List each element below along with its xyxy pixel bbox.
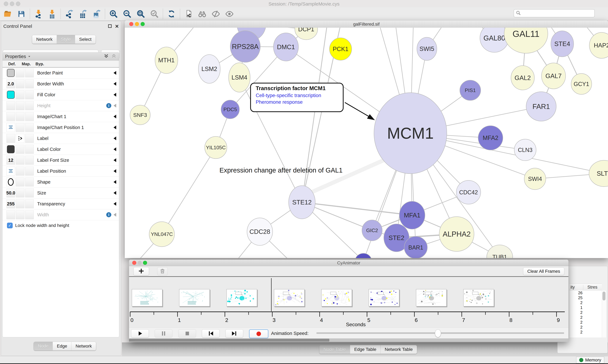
expand-row-icon[interactable] (113, 147, 116, 151)
find-button[interactable] (195, 8, 209, 19)
property-row-fill-color[interactable]: Fill Color (2, 89, 119, 100)
property-row-width[interactable]: Widthi (2, 209, 119, 220)
skip-to-start-button[interactable] (202, 329, 220, 338)
import-network-button[interactable] (32, 8, 45, 19)
expand-row-icon[interactable] (113, 213, 116, 217)
results-scrollbar[interactable] (602, 291, 606, 338)
property-row-label-position[interactable]: Label Position (2, 166, 119, 177)
tab-node[interactable]: Node (34, 342, 53, 351)
expand-row-icon[interactable] (113, 191, 116, 195)
import-table-button[interactable] (45, 8, 59, 19)
slider-thumb[interactable] (435, 329, 441, 337)
property-row-border-width[interactable]: 2.0Border Width (2, 78, 119, 89)
network-edge[interactable] (162, 147, 216, 234)
property-row-label[interactable]: Label (2, 133, 119, 144)
property-row-shape[interactable]: Shape (2, 177, 119, 188)
annotation-link-2[interactable]: Pheromone response (256, 99, 343, 105)
results-cell[interactable]: 26 (569, 291, 582, 296)
network-titlebar[interactable]: galFiltered.sif (125, 21, 608, 28)
animator-scrollbar[interactable] (129, 338, 568, 342)
expand-row-icon[interactable] (113, 202, 116, 206)
save-session-button[interactable] (14, 8, 28, 19)
property-row-label-font-size[interactable]: 12Label Font Size (2, 155, 119, 166)
search-input[interactable] (521, 11, 588, 16)
pause-button[interactable] (155, 329, 172, 338)
zoom-out-button[interactable] (120, 8, 134, 19)
record-button[interactable] (249, 329, 268, 338)
edge-halo[interactable] (306, 160, 385, 195)
export-table-button[interactable] (76, 8, 90, 19)
tab-edge[interactable]: Edge (53, 342, 71, 351)
collapse-all-icon[interactable] (111, 53, 117, 60)
refresh-button[interactable] (165, 8, 178, 19)
results-cell[interactable]: 2 (569, 310, 582, 315)
cyanimator-titlebar[interactable]: CyAnimator (129, 260, 568, 266)
expand-row-icon[interactable] (113, 180, 116, 184)
network-edge[interactable] (302, 28, 327, 202)
property-row-size[interactable]: 50.0Size (2, 188, 119, 198)
network-document-button[interactable] (182, 8, 195, 19)
property-row-border-paint[interactable]: Border Paint (2, 67, 119, 78)
properties-header[interactable]: Properties (2, 52, 119, 61)
expand-row-icon[interactable] (113, 126, 116, 129)
play-button[interactable] (131, 329, 149, 338)
expand-row-icon[interactable] (113, 93, 116, 97)
tab-select[interactable]: Select (75, 35, 96, 44)
annotation-link-1[interactable]: Cell-type-specific transcription (256, 93, 343, 98)
expand-row-icon[interactable] (113, 136, 116, 140)
property-row-transparency[interactable]: 255Transparency (2, 198, 119, 209)
results-cell[interactable]: 2 (569, 315, 582, 320)
property-row-image-chart-1[interactable]: Image/Chart 1 (2, 111, 119, 122)
tab-network[interactable]: Network (32, 35, 57, 44)
property-row-image-chart-position-1[interactable]: Image/Chart Position 1 (2, 122, 119, 133)
tab-network-table[interactable]: Network Table (380, 345, 417, 354)
tab-network[interactable]: Network (71, 342, 96, 351)
expand-row-icon[interactable] (113, 158, 116, 162)
zoom-selected-button[interactable] (148, 8, 161, 19)
results-cell[interactable]: 2 (569, 325, 582, 330)
tab-node-table[interactable]: Node Table (319, 345, 350, 354)
zoom-in-button[interactable] (107, 8, 120, 19)
info-icon[interactable]: i (106, 212, 111, 217)
expand-row-icon[interactable] (113, 71, 116, 75)
lock-size-checkbox[interactable]: ✓ (7, 223, 13, 228)
add-frame-button[interactable] (134, 267, 149, 275)
open-session-button[interactable] (1, 8, 14, 19)
results-col-stress[interactable]: Stres (583, 285, 597, 290)
delete-frame-button[interactable] (157, 267, 168, 275)
clear-all-frames-button[interactable]: Clear All Frames (523, 268, 564, 275)
network-node-cutb[interactable] (355, 253, 372, 258)
results-cell[interactable]: 2 (569, 320, 582, 325)
show-button[interactable] (223, 8, 236, 19)
float-panel-icon[interactable] (108, 24, 112, 29)
stop-button[interactable] (178, 329, 196, 338)
expand-row-icon[interactable] (113, 82, 116, 86)
network-canvas[interactable]: RPS28BRPS28ADCP1DMC1PCK1SWI5GAL80GAL11ST… (125, 28, 608, 258)
tab-edge-table[interactable]: Edge Table (350, 345, 380, 354)
memory-button[interactable]: Memory (576, 357, 604, 363)
skip-to-end-button[interactable] (225, 329, 243, 338)
annotation-arrow[interactable] (345, 103, 369, 117)
results-cell[interactable]: 25 (569, 296, 582, 300)
zoom-fit-button[interactable] (134, 8, 148, 19)
results-col-ity[interactable]: ity (570, 285, 575, 290)
export-image-button[interactable] (90, 8, 103, 19)
tab-style[interactable]: Style (57, 35, 75, 44)
expand-row-icon[interactable] (113, 115, 116, 118)
results-cell[interactable]: 2 (569, 300, 582, 305)
animator-timeline[interactable]: 0123456789Seconds (129, 277, 568, 328)
property-row-height[interactable]: Heighti (2, 100, 119, 111)
export-network-button[interactable] (62, 8, 76, 19)
property-row-label-color[interactable]: Label Color (2, 144, 119, 155)
info-icon[interactable]: i (106, 103, 111, 108)
expand-row-icon[interactable] (113, 104, 116, 107)
results-header[interactable]: ity Stres (569, 284, 602, 291)
close-panel-icon[interactable]: ✕ (115, 24, 119, 29)
annotation-box[interactable]: Transcription factor MCM1 Cell-type-spec… (250, 83, 344, 112)
hide-button[interactable] (209, 8, 223, 19)
results-cell[interactable]: 2 (569, 330, 582, 335)
expand-all-icon[interactable] (104, 53, 109, 60)
expand-row-icon[interactable] (113, 169, 116, 173)
search-box[interactable] (514, 9, 595, 17)
results-cell[interactable]: 1 (569, 305, 582, 310)
